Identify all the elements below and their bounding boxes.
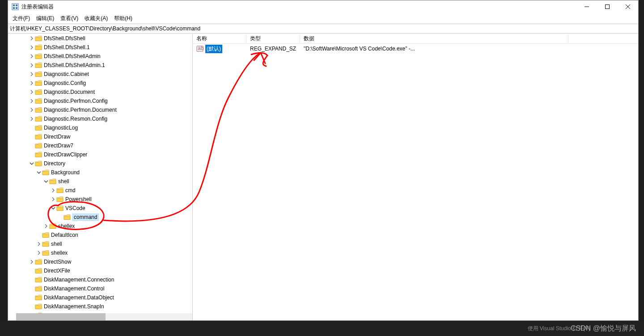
expand-icon[interactable] <box>29 89 35 95</box>
col-data[interactable]: 数据 <box>300 34 568 43</box>
title-bar[interactable]: 注册表编辑器 <box>8 0 638 13</box>
maximize-button[interactable] <box>597 0 618 13</box>
tree-item[interactable]: command <box>8 213 192 222</box>
menu-help[interactable]: 帮助(H) <box>114 15 132 22</box>
menu-file[interactable]: 文件(F) <box>13 15 30 22</box>
tree-item[interactable]: DiskManagement.DataObject <box>8 293 192 302</box>
tree-item[interactable]: VSCode <box>8 204 192 213</box>
folder-icon <box>42 169 49 176</box>
expand-icon[interactable] <box>36 169 42 176</box>
tree-item[interactable]: DiskManagement.SnapIn <box>8 302 192 311</box>
list-row[interactable]: ab(默认)REG_EXPAND_SZ"D:\SoftWare\Microsof… <box>193 44 638 54</box>
tree-item[interactable]: shell <box>8 239 192 248</box>
tree-item[interactable]: Diagnostic.Perfmon.Config <box>8 97 192 105</box>
tree-item[interactable]: shellex <box>8 222 192 231</box>
tree-item[interactable]: DiskManagement.Connection <box>8 275 192 284</box>
tree-item[interactable]: DirectDraw <box>8 132 192 141</box>
tree-item[interactable]: Diagnostic.Document <box>8 88 192 97</box>
expand-icon[interactable] <box>36 241 42 247</box>
folder-icon <box>35 160 42 167</box>
expand-icon[interactable] <box>29 277 35 283</box>
expand-icon[interactable] <box>43 223 49 229</box>
expand-icon[interactable] <box>29 160 35 167</box>
expand-icon[interactable] <box>29 80 35 86</box>
menu-favorites[interactable]: 收藏夹(A) <box>85 15 108 22</box>
expand-icon[interactable] <box>50 187 56 193</box>
tree-item-label: Diagnostic.Document <box>44 89 95 95</box>
expand-icon[interactable] <box>29 151 35 158</box>
expand-icon[interactable] <box>57 214 64 220</box>
folder-icon <box>35 125 42 131</box>
menu-view[interactable]: 查看(V) <box>60 15 78 22</box>
tree-item[interactable]: DiagnosticLog <box>8 123 192 132</box>
col-type[interactable]: 类型 <box>246 34 300 43</box>
expand-icon[interactable] <box>50 205 56 211</box>
list-pane[interactable]: 名称 类型 数据 ab(默认)REG_EXPAND_SZ"D:\SoftWare… <box>193 34 638 320</box>
expand-icon[interactable] <box>29 143 35 149</box>
tree-item[interactable]: DiskManagement.Control <box>8 284 192 293</box>
folder-icon <box>35 134 42 140</box>
tree-item[interactable]: DfsShell.DfsShellAdmin <box>8 52 192 61</box>
tree-item[interactable]: Diagnostic.Config <box>8 79 192 88</box>
close-button[interactable] <box>618 0 638 13</box>
horizontal-scrollbar[interactable] <box>16 313 192 320</box>
expand-icon[interactable] <box>29 294 35 301</box>
tree-item[interactable]: DirectXFile <box>8 266 192 275</box>
tree-item[interactable]: cmd <box>8 186 192 195</box>
tree-item[interactable]: shell <box>8 177 192 186</box>
expand-icon[interactable] <box>50 196 56 202</box>
expand-icon[interactable] <box>36 250 42 256</box>
expand-icon[interactable] <box>29 98 35 104</box>
tree-item[interactable]: DfsShell.DfsShell.1 <box>8 43 192 52</box>
address-bar[interactable]: 计算机\HKEY_CLASSES_ROOT\Directory\Backgrou… <box>8 24 638 34</box>
expand-icon[interactable] <box>29 53 35 59</box>
tree-item[interactable]: Diagnostic.Resmon.Config <box>8 114 192 123</box>
tree-item[interactable]: shellex <box>8 248 192 257</box>
expand-icon[interactable] <box>29 107 35 113</box>
tree-item-label: Powershell <box>65 196 92 202</box>
menu-edit[interactable]: 编辑(E) <box>36 15 54 22</box>
folder-icon <box>49 178 56 185</box>
tree-item[interactable]: Diagnostic.Perfmon.Document <box>8 105 192 114</box>
expand-icon[interactable] <box>29 134 35 140</box>
tree-item-label: DiskManagement.Control <box>44 286 104 292</box>
expand-icon[interactable] <box>29 268 35 274</box>
tree-item-label: DirectShow <box>44 259 71 265</box>
tree-item[interactable]: DefaultIcon <box>8 231 192 239</box>
expand-icon[interactable] <box>29 259 35 265</box>
expand-icon[interactable] <box>36 232 42 238</box>
watermark: CSDN @愉悦与屏风 <box>571 324 636 333</box>
tree-item-label: DfsShell.DfsShell.1 <box>44 44 90 50</box>
tree-item[interactable]: DirectDraw7 <box>8 141 192 150</box>
tree-item-label: Diagnostic.Cabinet <box>44 71 89 77</box>
tree-item[interactable]: DfsShell.DfsShellAdmin.1 <box>8 61 192 70</box>
expand-icon[interactable] <box>43 178 49 185</box>
regedit-window: 注册表编辑器 文件(F) 编辑(E) 查看(V) 收藏夹(A) 帮助(H) 计算… <box>8 0 639 321</box>
expand-icon[interactable] <box>29 62 35 68</box>
expand-icon[interactable] <box>29 44 35 50</box>
expand-icon[interactable] <box>29 286 35 292</box>
scrollbar-thumb[interactable] <box>16 313 106 320</box>
expand-icon[interactable] <box>29 71 35 77</box>
tree-item[interactable]: Diagnostic.Cabinet <box>8 70 192 79</box>
expand-icon[interactable] <box>29 303 35 310</box>
folder-icon <box>35 151 42 158</box>
tree-item[interactable]: Powershell <box>8 195 192 204</box>
folder-icon <box>35 116 42 122</box>
tree-item[interactable]: Directory <box>8 159 192 168</box>
tree-item-label: shell <box>58 178 69 185</box>
background-strip-left <box>0 0 8 336</box>
svg-rect-4 <box>16 7 17 9</box>
tree-item-label: shellex <box>58 223 75 229</box>
expand-icon[interactable] <box>29 125 35 131</box>
tree-item[interactable]: Background <box>8 168 192 177</box>
expand-icon[interactable] <box>29 35 35 42</box>
col-name[interactable]: 名称 <box>193 34 246 43</box>
tree-pane[interactable]: DfsShell.DfsShellDfsShell.DfsShell.1DfsS… <box>8 34 193 320</box>
expand-icon[interactable] <box>29 116 35 122</box>
tree-item[interactable]: DirectShow <box>8 257 192 266</box>
tree-item-label: shell <box>51 241 62 247</box>
tree-item[interactable]: DfsShell.DfsShell <box>8 34 192 43</box>
minimize-button[interactable] <box>576 0 597 13</box>
tree-item[interactable]: DirectDrawClipper <box>8 150 192 159</box>
